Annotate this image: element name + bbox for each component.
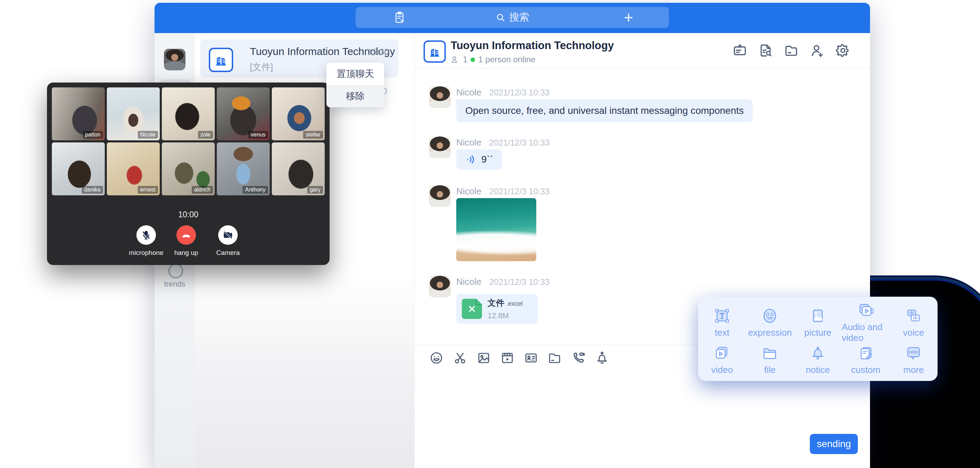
search-bar[interactable]: 搜索 + [356, 7, 669, 28]
chat-title: Tuoyun Information Technology [451, 39, 614, 52]
menu-item-remove[interactable]: 移除 [326, 85, 384, 107]
participant-tile: stellar [272, 88, 325, 141]
image-icon[interactable] [476, 351, 491, 365]
panel-item-picture[interactable]: picture [794, 302, 842, 343]
screenshot-scissors-icon[interactable] [453, 351, 468, 365]
chat-record-search-icon[interactable] [758, 43, 773, 58]
file-name: 文件 [488, 298, 504, 307]
participant-name: gary [307, 186, 323, 193]
panel-item-more[interactable]: more [889, 343, 937, 376]
participant-tile: gary [272, 142, 325, 195]
text-message-bubble[interactable]: Open source, free, and universal instant… [456, 99, 753, 122]
contact-card-icon[interactable] [524, 351, 538, 365]
group-building-icon [423, 40, 446, 63]
menu-item-pin-chat[interactable]: 置顶聊天 [326, 63, 384, 85]
input-toolbar [429, 351, 609, 365]
microphone-mute-button[interactable] [137, 225, 156, 245]
message-time: 2021/12/3 10:33 [489, 277, 550, 287]
camera-label: Camera [200, 249, 256, 257]
chat-subtitle: 1 1 person online [451, 55, 535, 64]
participant-tile: danika [52, 142, 105, 195]
notice-bell-icon [809, 344, 827, 362]
trends-icon [169, 264, 183, 278]
participant-tile: aldrich [162, 142, 215, 195]
panel-item-label: picture [804, 327, 831, 338]
participant-tile: Nicole [107, 88, 160, 141]
participant-tile: patton [52, 88, 105, 141]
panel-item-custom[interactable]: custom [842, 343, 890, 376]
add-member-icon[interactable] [810, 43, 825, 58]
more-icon [905, 344, 922, 362]
message-time: 2021/12/3 10:33 [489, 138, 550, 147]
audio-video-call-icon[interactable] [571, 351, 586, 365]
file-message-card[interactable]: ✕ 文件.excel 12.8M [456, 294, 538, 324]
panel-item-notice[interactable]: notice [794, 343, 842, 376]
trends-label: trends [154, 280, 195, 289]
message-meta: Nicole 2021/12/3 10:33 [456, 276, 549, 287]
panel-item-label: expression [748, 327, 792, 338]
participant-tile: venus [217, 88, 270, 141]
picture-icon [809, 307, 827, 324]
online-status: 1 person online [478, 55, 535, 64]
feature-panel: text expression picture Audio and video [698, 297, 937, 381]
settings-gear-icon[interactable] [835, 43, 851, 58]
send-button[interactable]: sending [810, 434, 858, 454]
search-icon [495, 12, 506, 22]
participant-grid: patton Nicole zole venus stellar danika … [52, 88, 325, 195]
group-file-icon[interactable] [784, 43, 799, 58]
avatar[interactable] [164, 49, 186, 70]
panel-item-voice[interactable]: voice [889, 302, 937, 343]
participant-tile: Anthony [217, 142, 270, 195]
notification-bell-icon[interactable] [595, 351, 609, 365]
panel-item-expression[interactable]: expression [746, 302, 794, 343]
panel-item-audio-video[interactable]: Audio and video [842, 302, 890, 343]
participant-name: zole [198, 131, 213, 139]
voice-icon [905, 307, 922, 324]
message-time: 2021/12/3 10:33 [489, 88, 550, 97]
message-avatar[interactable] [429, 86, 451, 108]
message-meta: Nicole 2021/12/3 10:33 [456, 186, 549, 197]
hang-up-button[interactable] [177, 225, 196, 245]
message-meta: Nicole 2021/12/3 10:33 [456, 87, 549, 98]
members-icon [451, 55, 460, 64]
top-bar: 搜索 + [154, 3, 870, 33]
participant-name: ernest [138, 186, 158, 193]
context-menu: 置顶聊天 移除 [326, 63, 384, 107]
video-call-window[interactable]: patton Nicole zole venus stellar danika … [47, 83, 329, 265]
audio-video-icon [857, 302, 875, 319]
message-meta: Nicole 2021/12/3 10:33 [456, 137, 549, 148]
camera-toggle-button[interactable] [218, 225, 238, 245]
add-button[interactable]: + [620, 9, 637, 26]
conversation-time: 15:20 [368, 47, 389, 57]
file-icon [761, 344, 778, 362]
participant-name: Anthony [243, 186, 268, 193]
group-notice-icon[interactable] [732, 43, 748, 58]
chat-panel: Tuoyun Information Technology 1 1 person… [414, 33, 870, 468]
panel-item-label: notice [806, 364, 830, 375]
message-avatar[interactable] [429, 136, 451, 158]
voice-wave-icon [465, 154, 476, 165]
panel-item-label: text [715, 327, 729, 338]
sender-name: Nicole [456, 87, 481, 97]
text-icon [713, 307, 731, 324]
file-folder-icon[interactable] [547, 351, 562, 365]
video-clapper-icon[interactable] [500, 351, 515, 365]
message-avatar[interactable] [429, 276, 451, 297]
panel-item-text[interactable]: text [698, 302, 746, 343]
sender-name: Nicole [456, 276, 481, 287]
message-avatar[interactable] [429, 185, 451, 207]
sender-name: Nicole [456, 137, 481, 148]
panel-item-file[interactable]: file [746, 343, 794, 376]
expression-icon [761, 307, 778, 324]
image-message-beach[interactable] [456, 198, 536, 261]
panel-item-video[interactable]: video [698, 343, 746, 376]
chat-header: Tuoyun Information Technology 1 1 person… [414, 33, 870, 69]
voice-message-bubble[interactable]: 9`` [456, 149, 502, 169]
panel-item-label: file [764, 364, 776, 375]
sender-name: Nicole [456, 186, 481, 196]
panel-item-label: video [711, 364, 733, 375]
online-dot [471, 58, 475, 62]
conversation-last-message: [文件] [250, 61, 273, 73]
custom-icon [857, 344, 875, 362]
emoji-icon[interactable] [429, 351, 444, 365]
